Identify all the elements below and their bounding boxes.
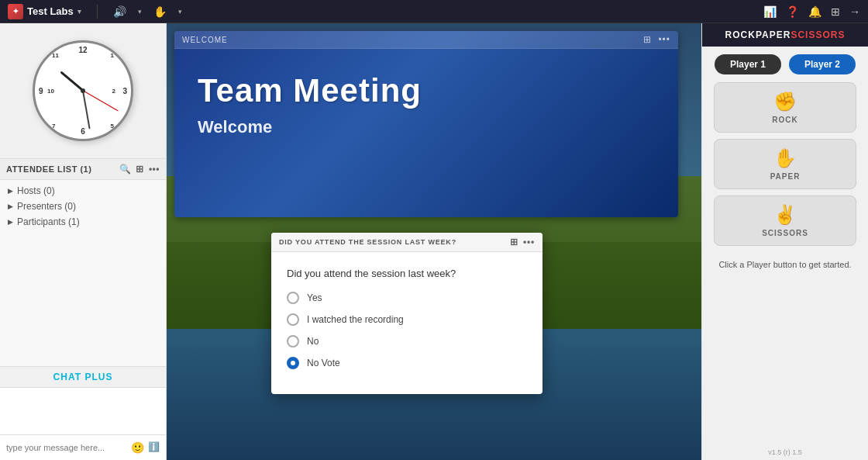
chat-input-area: 🙂 ℹ️: [0, 434, 166, 460]
rock-button[interactable]: ✊ ROCK: [714, 82, 856, 133]
more-options-icon[interactable]: •••: [149, 164, 160, 175]
rock-icon: ✊: [773, 91, 797, 112]
center-area: WELCOME ⊞ ••• Team Meeting Welcome DID Y…: [167, 23, 701, 460]
poll-more-icon[interactable]: •••: [523, 237, 535, 247]
rps-version-text: v1.5 (r) 1.5: [768, 448, 802, 456]
welcome-title: Team Meeting: [198, 72, 655, 109]
rps-title-scissors: SCISSORS: [790, 29, 845, 40]
paper-button[interactable]: ✋ PAPER: [714, 139, 856, 189]
chat-header: CHAT PLUS: [0, 367, 166, 388]
app-chevron[interactable]: ▾: [78, 8, 81, 16]
poll-option-recording-label: I watched the recording: [307, 314, 404, 325]
poll-option-no[interactable]: No: [287, 335, 527, 348]
logo-icon: ✦: [8, 4, 23, 19]
scissors-icon: ✌️: [773, 204, 797, 226]
hosts-label: Hosts (0): [17, 185, 55, 196]
welcome-panel-body: Team Meeting Welcome: [174, 49, 678, 161]
hand-icon[interactable]: ✋: [153, 5, 167, 18]
bell-icon[interactable]: 🔔: [808, 5, 822, 18]
attendee-header-label: ATTENDEE LIST (1): [6, 164, 91, 174]
rps-choices: ✊ ROCK ✋ PAPER ✌️ SCISSORS: [702, 82, 868, 254]
welcome-minimize-icon[interactable]: ⊞: [643, 34, 652, 45]
poll-header-icons: ⊞ •••: [510, 237, 535, 247]
poll-option-recording[interactable]: I watched the recording: [287, 313, 527, 326]
poll-option-novote[interactable]: No Vote: [287, 357, 527, 369]
chat-input[interactable]: [6, 443, 127, 452]
welcome-header-label: WELCOME: [182, 36, 228, 44]
search-icon[interactable]: 🔍: [119, 164, 132, 175]
clock-center: [81, 88, 85, 93]
chat-header-label: CHAT PLUS: [53, 372, 113, 382]
chat-messages-area: [0, 388, 166, 434]
welcome-panel-icons: ⊞ •••: [643, 34, 670, 45]
poll-question: Did you attend the session last week?: [287, 268, 527, 279]
rps-version: v1.5 (r) 1.5: [702, 444, 868, 460]
welcome-more-icon[interactable]: •••: [658, 34, 670, 45]
rps-players: Player 1 Player 2: [702, 47, 868, 82]
poll-panel: DID YOU ATTEND THE SESSION LAST WEEK? ⊞ …: [271, 233, 542, 394]
topbar-right: 📊 ❓ 🔔 ⊞ →: [763, 5, 860, 18]
poll-option-yes[interactable]: Yes: [287, 292, 527, 304]
attendee-header: ATTENDEE LIST (1) 🔍 ⊞ •••: [0, 159, 166, 180]
hosts-chevron: ▶: [8, 187, 13, 195]
topbar-controls: 🔊 ▾ ✋ ▾: [113, 5, 182, 18]
participants-group[interactable]: ▶ Participants (1): [0, 214, 166, 230]
poll-header-label: DID YOU ATTEND THE SESSION LAST WEEK?: [279, 238, 456, 246]
participants-label: Participants (1): [17, 216, 80, 227]
poll-header: DID YOU ATTEND THE SESSION LAST WEEK? ⊞ …: [271, 233, 542, 252]
clock-area: 12 3 6 9 1 11 2 10 5 7: [0, 23, 166, 159]
info-icon[interactable]: ℹ️: [148, 441, 160, 454]
volume-icon[interactable]: 🔊: [113, 5, 126, 18]
hosts-group[interactable]: ▶ Hosts (0): [0, 183, 166, 199]
rock-label: ROCK: [772, 116, 797, 124]
analog-clock: 12 3 6 9 1 11 2 10 5 7: [33, 40, 133, 141]
help-icon[interactable]: ❓: [786, 5, 799, 18]
paper-icon: ✋: [773, 147, 797, 169]
exit-icon[interactable]: →: [849, 5, 860, 18]
rps-title-paper: PAPER: [756, 29, 790, 40]
poll-option-no-label: No: [307, 336, 319, 347]
radio-yes[interactable]: [287, 292, 299, 304]
presenters-chevron: ▶: [8, 202, 13, 210]
scissors-label: SCISSORS: [762, 229, 808, 237]
participants-chevron: ▶: [8, 218, 13, 226]
presenters-label: Presenters (0): [17, 201, 76, 212]
topbar: ✦ Test Labs ▾ 🔊 ▾ ✋ ▾ 📊 ❓ 🔔 ⊞ →: [0, 0, 868, 23]
welcome-subtitle: Welcome: [198, 117, 655, 137]
minute-hand: [82, 91, 91, 130]
attendee-section: ATTENDEE LIST (1) 🔍 ⊞ ••• ▶ Hosts (0) ▶ …: [0, 159, 166, 366]
presenters-group[interactable]: ▶ Presenters (0): [0, 199, 166, 214]
poll-minimize-icon[interactable]: ⊞: [510, 237, 518, 247]
player2-button[interactable]: Player 2: [789, 54, 856, 74]
radio-recording[interactable]: [287, 313, 299, 326]
attendee-header-icons: 🔍 ⊞ •••: [119, 164, 160, 175]
chart-icon[interactable]: 📊: [763, 5, 777, 18]
scissors-button[interactable]: ✌️ SCISSORS: [714, 195, 856, 246]
paper-label: PAPER: [770, 172, 801, 181]
main-content: 12 3 6 9 1 11 2 10 5 7 ATTENDEE LIST (1): [0, 23, 868, 460]
welcome-panel-header: WELCOME ⊞ •••: [174, 31, 678, 49]
app-name: Test Labs: [27, 5, 74, 17]
rps-instructions-text: Click a Player button to get started.: [718, 260, 851, 269]
topbar-divider: [97, 5, 98, 19]
poll-body: Did you attend the session last week? Ye…: [271, 252, 542, 394]
volume-chevron[interactable]: ▾: [138, 8, 142, 16]
radio-novote[interactable]: [287, 357, 299, 369]
poll-option-novote-label: No Vote: [307, 358, 340, 368]
hour-hand: [60, 71, 84, 92]
right-sidebar: ROCK PAPER SCISSORS Player 1 Player 2 ✊ …: [701, 23, 868, 460]
chat-section: CHAT PLUS 🙂 ℹ️: [0, 366, 166, 460]
player1-button[interactable]: Player 1: [715, 54, 781, 74]
rps-title-rock: ROCK: [725, 29, 756, 40]
emoji-icon[interactable]: 🙂: [131, 441, 144, 454]
grid-view-icon[interactable]: ⊞: [136, 164, 144, 175]
welcome-panel: WELCOME ⊞ ••• Team Meeting Welcome: [174, 31, 678, 217]
radio-no[interactable]: [287, 335, 299, 348]
attendee-groups: ▶ Hosts (0) ▶ Presenters (0) ▶ Participa…: [0, 180, 166, 233]
hand-chevron[interactable]: ▾: [178, 8, 182, 16]
grid-icon[interactable]: ⊞: [831, 5, 840, 18]
chat-icons: 🙂 ℹ️: [131, 441, 160, 454]
app-logo[interactable]: ✦ Test Labs ▾: [8, 4, 81, 19]
left-sidebar: 12 3 6 9 1 11 2 10 5 7 ATTENDEE LIST (1): [0, 23, 167, 460]
rps-instructions: Click a Player button to get started.: [702, 254, 868, 275]
